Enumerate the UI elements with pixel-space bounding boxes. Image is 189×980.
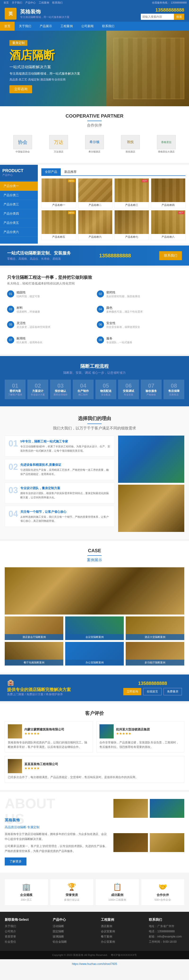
about-desc2: 公司秉承'品质第一、客户至上'的经营理念，以专业的技术团队、先进的生产设备、严格… <box>5 844 109 854</box>
case-card-5[interactable]: 办公室隔断案例 <box>65 642 124 665</box>
process-name-2: 方案设计 <box>29 389 46 393</box>
product-card-1[interactable]: NEW 产品名称一 <box>41 178 76 208</box>
product-card-7[interactable]: 产品名称七 <box>114 210 149 240</box>
process-num-4: 04 <box>75 382 92 389</box>
footer-link-1-4[interactable]: 社会责任 <box>5 940 40 944</box>
pro-cta-banner: 🏨 提供专业的酒店隔断完整解决方案 免费上门测量 / 免费设计方案 / 终身维护… <box>0 675 189 701</box>
footer-link-3-4[interactable]: 办公室案例 <box>101 940 136 944</box>
footer-link-1-3[interactable]: 资质荣誉 <box>5 935 40 939</box>
partner-name-5: 香格里拉大酒店 <box>154 150 178 153</box>
case-card-3[interactable]: 酒店大堂隔断案例 <box>126 616 184 640</box>
footer-link-3-3[interactable]: 餐厅案例 <box>101 935 136 939</box>
feature-text-7: 耐用性 经久耐用，使用寿命长 <box>16 336 43 344</box>
product-title-en: PRODUCT <box>2 168 35 173</box>
about-text-spacer: 英格装饰 高品质活动隔断·专属定制 英格装饰专注于酒店活动隔断领域，拥有多年的行… <box>5 818 109 865</box>
feature-text-5: 灵活性 灵活多变，适应各种空间需求 <box>16 321 50 329</box>
hero-banner: 量身定制 酒店隔断 一站式活动隔断解决方案 专注高端酒店活动隔断领域，用一站式服… <box>0 31 189 106</box>
product-tab-new[interactable]: 新品推荐 <box>61 168 80 175</box>
product-menu-item-3[interactable]: 产品分类三 <box>0 200 38 209</box>
search-button[interactable]: 搜索 <box>174 14 184 20</box>
case-card-4[interactable]: 餐厅包厢隔断案例 <box>5 642 63 665</box>
whyus-num-3: 03 <box>8 486 18 495</box>
product-card-4[interactable]: 产品名称四 <box>151 178 186 208</box>
cta1-button[interactable]: 联系我们 <box>159 251 182 260</box>
product-menu-item-1[interactable]: 产品分类一 <box>0 181 38 191</box>
nav-item-news[interactable]: 公司新闻 <box>77 22 98 31</box>
whyus-title: 选择我们的理由 <box>5 415 184 422</box>
pro-cta-btn1[interactable]: 立即咨询 <box>123 688 141 695</box>
pro-cta-actions: 立即咨询 在线留言 免费量房 <box>123 688 182 695</box>
company-info-desc-4: 500+合作企业 <box>145 898 181 902</box>
product-header: PRODUCT 产品中心 <box>0 165 38 180</box>
footer-link-2-1[interactable]: 活动隔断 <box>53 924 88 928</box>
footer-link-2-2[interactable]: 固定隔断 <box>53 929 88 934</box>
top-nav-home[interactable]: 首页 <box>3 1 9 4</box>
process-sub: 隔断新、安装、调试 省心一步，让您省时省力 <box>5 371 184 375</box>
about-cta-button[interactable]: 了解更多 <box>5 858 26 865</box>
product-img-2 <box>78 178 112 202</box>
reviews-title: 客户评价 <box>5 710 184 716</box>
pro-cta-left: 🏨 提供专业的酒店隔断完整解决方案 免费上门测量 / 免费设计方案 / 终身维护… <box>7 679 71 697</box>
process-desc-1: 了解客户需求 <box>6 393 24 396</box>
search-input[interactable] <box>141 14 174 20</box>
top-nav-about[interactable]: 关于我们 <box>12 1 22 4</box>
hero-sub2: 专注高端酒店活动隔断领域，用一站式服务解决方案 <box>10 72 179 76</box>
footer-link-3-1[interactable]: 酒店案例 <box>101 924 136 928</box>
footer-link-1-2[interactable]: 公司简介 <box>5 929 40 934</box>
whyus-image-top <box>118 436 184 483</box>
product-menu-item-5[interactable]: 产品分类五 <box>0 218 38 228</box>
hero-cta-button[interactable]: 立即咨询 <box>10 85 32 93</box>
footer-link-3-2[interactable]: 会议室案例 <box>101 929 136 934</box>
product-card-8[interactable]: HOT 产品名称八 <box>151 210 186 240</box>
product-menu: 产品分类一 产品分类二 产品分类三 产品分类四 产品分类五 产品分类六 <box>0 180 38 238</box>
product-menu-item-6[interactable]: 产品分类六 <box>0 228 38 237</box>
product-card-3[interactable]: HOT 产品名称三 <box>114 178 149 208</box>
pro-cta-btn3[interactable]: 免费量房 <box>163 688 182 695</box>
whyus-box-inner-4: 04 关注每一个细节，让客户省心放心 从材料选购到施工安装，我们关注每一个细节。… <box>8 510 111 523</box>
product-main: 全部产品 新品推荐 NEW 产品名称一 产品名称二 HOT <box>38 165 189 243</box>
footer-link-4-2: 电话：13588888888 <box>149 929 184 934</box>
process-desc-4: 精工制作 <box>75 393 92 396</box>
nav-item-home[interactable]: 首页 <box>0 22 14 31</box>
top-nav-contact[interactable]: 联系我们 <box>52 1 62 4</box>
pro-cta-btn2[interactable]: 在线留言 <box>143 688 162 695</box>
product-menu-item-4[interactable]: 产品分类四 <box>0 209 38 218</box>
footer-link-2-3[interactable]: 玻璃隔断 <box>53 935 88 939</box>
process-name-1: 需求沟通 <box>6 389 24 393</box>
product-card-5[interactable]: NEW 产品名称五 <box>41 210 76 240</box>
whyus-item-3: 03 专业设计团队，量身定制方案 拥有专业的设计团队，根据客户的实际需求和空间特… <box>5 482 115 503</box>
watermark-link[interactable]: https://www.huzhao.com/ishool7605 <box>72 962 117 966</box>
company-info-icon-3: 📋 <box>99 883 135 891</box>
feature-num-1: 01 <box>7 290 14 298</box>
footer-link-1-1[interactable]: 关于我们 <box>5 924 40 928</box>
product-card-2[interactable]: 产品名称二 <box>78 178 113 208</box>
review-card-3: 某某某装饰工程有限公司 ★★★★★ 已经多次合作了，每次都很满意。产品品质稳定，… <box>5 756 184 783</box>
case-title-cn: 案例展示 <box>5 558 184 563</box>
whyus-col-right <box>118 436 184 532</box>
case-card-6[interactable]: 多功能厅隔断案例 <box>126 642 184 665</box>
case-card-1[interactable]: 酒店宴会厅隔断案例 <box>5 616 63 640</box>
whyus-box-inner-1: 01 5年专注，隔断工程一站式施工专家 专注活动隔断领域5年，积累了丰富的工程经… <box>8 439 111 453</box>
header-search[interactable]: 搜索 <box>141 14 184 20</box>
product-menu-item-2[interactable]: 产品分类二 <box>0 191 38 200</box>
top-nav-case[interactable]: 工程案例 <box>39 1 49 4</box>
top-nav-product[interactable]: 产品中心 <box>25 1 36 4</box>
footer-link-2-4[interactable]: 铝合金隔断 <box>53 940 88 944</box>
nav-item-contact[interactable]: 联系我们 <box>98 22 119 31</box>
nav-item-about[interactable]: 关于我们 <box>14 22 35 31</box>
feature-text-6: 安全性 符合安全标准，保障使用安全 <box>106 321 140 329</box>
product-card-6[interactable]: 产品名称六 <box>78 210 113 240</box>
about-content: 英格装饰 高品质活动隔断·专属定制 英格装饰专注于酒店活动隔断领域，拥有多年的行… <box>5 799 184 865</box>
case-card-2[interactable]: 会议室隔断案例 <box>65 616 124 640</box>
nav-item-case[interactable]: 工程案例 <box>56 22 77 31</box>
nav-item-product[interactable]: 产品展示 <box>35 22 56 31</box>
product-tab-all[interactable]: 全部产品 <box>41 168 61 175</box>
phone-label: 全国服务热线： <box>152 1 170 4</box>
case-main-img-wrapper <box>5 567 184 614</box>
footer-link-4-1: 地址：广东省广州市 <box>149 924 184 928</box>
cta1-main: 一站式活动隔断新定制、安装服务 <box>7 250 71 256</box>
company-info-item-2: 🏆 荣誉资质 多项行业认证 <box>50 879 94 905</box>
case-label-4: 餐厅包厢隔断案例 <box>5 660 63 665</box>
about-desc1: 英格装饰专注于酒店活动隔断领域，拥有多年的行业经验，为众多知名酒店、会议中心提供… <box>5 832 109 842</box>
process-desc-2: 专业设计方案 <box>29 393 46 396</box>
